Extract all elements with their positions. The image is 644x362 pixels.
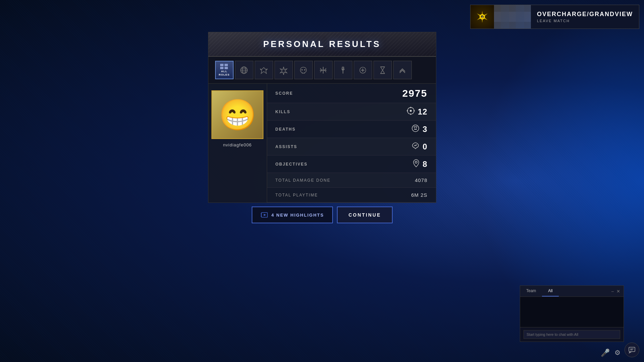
- chat-input[interactable]: [524, 330, 620, 339]
- minimize-icon[interactable]: –: [611, 289, 614, 294]
- svg-rect-41: [629, 347, 635, 352]
- stat-value-deaths: 3: [411, 124, 427, 135]
- stat-row-damage: TOTAL DAMAGE DONE 4078: [267, 173, 436, 188]
- chat-tab-team-label: Team: [526, 288, 536, 293]
- deaths-number: 3: [423, 125, 427, 134]
- stat-label-playtime: TOTAL PLAYTIME: [276, 193, 411, 197]
- svg-marker-37: [263, 214, 266, 216]
- tab-role-3[interactable]: [255, 61, 273, 79]
- tab-role-6[interactable]: [314, 61, 333, 79]
- assists-icon: [411, 141, 420, 152]
- svg-rect-10: [220, 67, 224, 69]
- tab-role-9[interactable]: [374, 61, 392, 79]
- kills-icon: [406, 106, 415, 117]
- panel-title: PERSONAL RESULTS: [218, 39, 426, 49]
- close-icon[interactable]: ✕: [616, 289, 620, 294]
- chat-header: Team All – ✕: [520, 286, 624, 297]
- svg-rect-4: [494, 5, 531, 29]
- chat-body: [520, 297, 624, 327]
- chat-tab-all-label: All: [548, 288, 552, 293]
- highlights-icon: [260, 212, 268, 218]
- highlights-button[interactable]: 4 NEW HIGHLIGHTS: [251, 207, 333, 223]
- svg-point-33: [412, 125, 419, 132]
- objectives-number: 8: [423, 160, 427, 169]
- chat-bubble-button[interactable]: [625, 343, 639, 357]
- tab-role-4[interactable]: [275, 61, 293, 79]
- stat-label-objectives: OBJECTIVES: [276, 162, 413, 167]
- chat-input-area: [520, 327, 624, 342]
- stats-section: SCORE 2975 KILLS: [267, 84, 436, 202]
- stat-row-score: SCORE 2975: [267, 84, 436, 103]
- deaths-icon: [411, 124, 420, 135]
- stat-value-kills: 12: [406, 106, 428, 117]
- action-buttons: 4 NEW HIGHLIGHTS CONTINUE: [251, 207, 392, 223]
- stat-value-objectives: 8: [412, 159, 427, 170]
- svg-point-28: [410, 110, 412, 112]
- stat-value-score: 2975: [402, 88, 428, 99]
- leave-match-subtitle: LEAVE MATCH: [537, 19, 633, 23]
- assists-number: 0: [423, 142, 427, 151]
- settings-icon[interactable]: ⚙: [614, 349, 621, 357]
- stat-row-playtime: TOTAL PLAYTIME 6M 2S: [267, 188, 436, 202]
- svg-rect-8: [220, 64, 224, 66]
- svg-point-18: [304, 69, 305, 71]
- tab-all-roles[interactable]: ALLROLES: [215, 61, 234, 79]
- tab-role-8[interactable]: [354, 61, 372, 79]
- svg-rect-11: [225, 67, 228, 69]
- stat-label-damage: TOTAL DAMAGE DONE: [276, 178, 415, 183]
- leave-match-info: OVERCHARGE/GRANDVIEW LEAVE MATCH: [531, 11, 639, 23]
- stat-row-assists: ASSISTS 0: [267, 138, 436, 155]
- chat-tab-all[interactable]: All: [542, 286, 558, 297]
- stat-value-assists: 0: [411, 141, 427, 152]
- avatar-section: 😁 nvidiagfe006: [208, 84, 267, 202]
- stat-label-deaths: DEATHS: [276, 127, 411, 132]
- stat-value-playtime: 6M 2S: [411, 192, 427, 198]
- avatar-emoji: 😁: [219, 100, 256, 130]
- svg-rect-6: [501, 5, 509, 29]
- microphone-icon[interactable]: 🎤: [601, 349, 610, 357]
- chat-controls: – ✕: [608, 289, 624, 294]
- stat-value-damage: 4078: [415, 177, 427, 183]
- leave-match-title: OVERCHARGE/GRANDVIEW: [537, 11, 633, 18]
- chat-bubble-icon: [628, 346, 636, 354]
- tab-all-roles-label: ALLROLES: [219, 70, 230, 76]
- score-number: 2975: [402, 88, 428, 99]
- tab-role-10[interactable]: [393, 61, 412, 79]
- tab-role-7[interactable]: [334, 61, 352, 79]
- results-panel: PERSONAL RESULTS ALLROLES: [208, 32, 436, 203]
- objectives-icon: [412, 159, 420, 170]
- stat-row-deaths: DEATHS 3: [267, 121, 436, 138]
- role-tabs: ALLROLES: [208, 57, 436, 84]
- continue-button-label: CONTINUE: [348, 212, 381, 218]
- svg-rect-9: [225, 64, 228, 66]
- chat-tab-team[interactable]: Team: [520, 286, 542, 297]
- tab-role-2[interactable]: [235, 61, 253, 79]
- player-name: nvidiagfe006: [223, 142, 252, 147]
- kills-number: 12: [418, 107, 428, 117]
- chat-panel: Team All – ✕: [520, 285, 624, 342]
- stat-label-assists: ASSISTS: [276, 144, 411, 149]
- tab-role-5[interactable]: [294, 61, 313, 79]
- svg-rect-7: [516, 5, 524, 29]
- continue-button[interactable]: CONTINUE: [337, 207, 392, 223]
- highlights-button-label: 4 NEW HIGHLIGHTS: [271, 213, 324, 218]
- leave-match-panel[interactable]: ⚡ OVERCHARGE/GRANDVIEW LEAVE MATCH: [470, 5, 639, 29]
- svg-point-35: [415, 161, 417, 163]
- svg-rect-5: [494, 12, 531, 22]
- panel-content: 😁 nvidiagfe006 SCORE 2975 KILLS: [208, 84, 436, 202]
- svg-text:⚡: ⚡: [481, 15, 484, 19]
- stat-row-kills: KILLS 12: [267, 103, 436, 121]
- stat-label-score: SCORE: [276, 91, 402, 96]
- leave-match-game-icon: ⚡: [470, 5, 494, 29]
- svg-point-17: [301, 69, 303, 71]
- stat-row-objectives: OBJECTIVES 8: [267, 155, 436, 173]
- bottom-controls: 🎤 ⚙: [601, 349, 621, 357]
- stat-label-kills: KILLS: [276, 109, 406, 114]
- leave-match-map-image: [494, 5, 531, 29]
- avatar-frame: 😁: [211, 90, 263, 139]
- panel-header: PERSONAL RESULTS: [208, 32, 436, 57]
